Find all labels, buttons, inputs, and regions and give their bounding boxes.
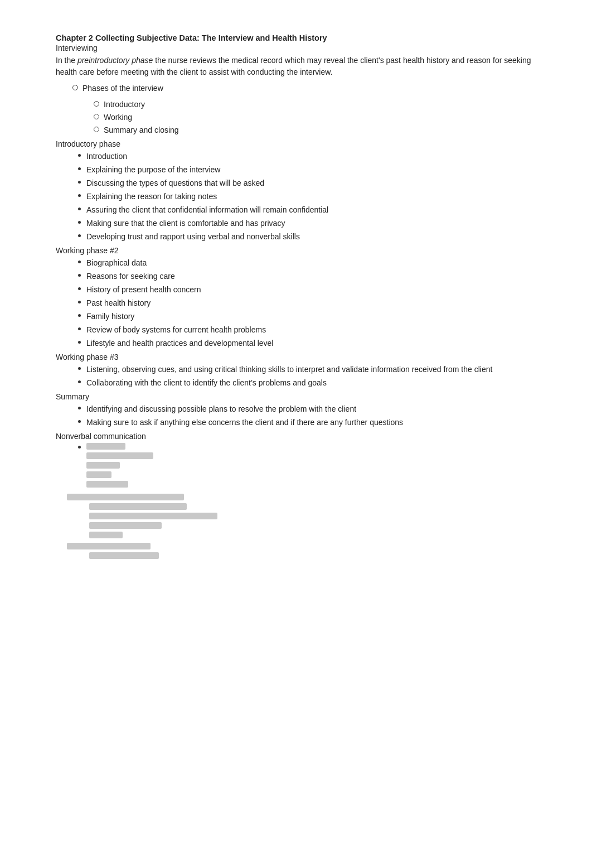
summary-list: Identifying and discussing possible plan… <box>78 403 547 428</box>
nonverbal-list-item <box>78 443 547 490</box>
list-item: Developing trust and rapport using verba… <box>78 231 547 243</box>
list-item: History of present health concern <box>78 284 547 296</box>
outline-sub-item-introductory: Introductory <box>94 99 547 110</box>
list-item: Review of body systems for current healt… <box>78 324 547 336</box>
dot-bullet <box>78 181 81 184</box>
dot-bullet <box>78 274 81 277</box>
list-item: Lifestyle and health practices and devel… <box>78 337 547 349</box>
chapter-title: Chapter 2 Collecting Subjective Data: Th… <box>56 33 547 42</box>
phases-outline-item: Phases of the interview <box>72 83 547 94</box>
dot-bullet <box>78 234 81 237</box>
dot-bullet <box>78 380 81 383</box>
dot-bullet <box>78 314 81 317</box>
list-item: Family history <box>78 311 547 322</box>
blurred-group-2 <box>67 543 547 559</box>
blurred-content-block <box>86 443 153 490</box>
list-item: Collaborating with the client to identif… <box>78 377 547 389</box>
dot-bullet <box>78 154 81 157</box>
list-item: Identifying and discussing possible plan… <box>78 403 547 415</box>
subtitle: Interviewing <box>56 44 547 52</box>
list-item: Biographical data <box>78 257 547 269</box>
summary-heading: Summary <box>56 392 547 401</box>
list-item: Listening, observing cues, and using cri… <box>78 364 547 375</box>
dot-bullet <box>78 367 81 370</box>
list-item: Explaining the purpose of the interview <box>78 164 547 176</box>
intro-part1: In the <box>56 56 77 65</box>
introductory-phase-heading: Introductory phase <box>56 139 547 148</box>
list-item: Assuring the client that confidential in… <box>78 204 547 216</box>
dot-bullet <box>78 301 81 303</box>
dot-bullet <box>78 221 81 224</box>
nonverbal-list <box>78 443 547 490</box>
dot-bullet <box>78 194 81 197</box>
working-phase-3-heading: Working phase #3 <box>56 353 547 361</box>
intro-paragraph: In the preintroductory phase the nurse r… <box>56 55 547 78</box>
list-item: Introduction <box>78 151 547 162</box>
dot-bullet <box>78 167 81 170</box>
circle-bullet-summary-closing <box>94 127 99 132</box>
list-item: Making sure that the client is comfortab… <box>78 218 547 229</box>
working-phase-2-list: Biographical data Reasons for seeking ca… <box>78 257 547 349</box>
list-item: Discussing the types of questions that w… <box>78 177 547 189</box>
blurred-group-1-sublines <box>89 503 547 538</box>
blurred-group-1-heading <box>67 494 547 500</box>
dot-bullet <box>78 407 81 409</box>
working-phase-3-list: Listening, observing cues, and using cri… <box>78 364 547 389</box>
dot-bullet <box>78 446 81 449</box>
dot-bullet <box>78 261 81 263</box>
phases-sublist: Introductory Working Summary and closing <box>94 99 547 136</box>
dot-bullet <box>78 420 81 423</box>
dot-bullet <box>78 327 81 330</box>
dot-bullet <box>78 208 81 210</box>
circle-bullet-phases <box>72 85 78 90</box>
circle-bullet-working <box>94 114 99 119</box>
introductory-phase-list: Introduction Explaining the purpose of t… <box>78 151 547 243</box>
working-phase-2-heading: Working phase #2 <box>56 246 547 255</box>
list-item: Reasons for seeking care <box>78 271 547 282</box>
dot-bullet <box>78 341 81 344</box>
document-container: Chapter 2 Collecting Subjective Data: Th… <box>56 33 547 559</box>
list-item: Past health history <box>78 297 547 309</box>
phases-outline-list: Phases of the interview <box>72 83 547 94</box>
outline-sub-item-working: Working <box>94 112 547 123</box>
blurred-group-1 <box>67 494 547 538</box>
intro-italic: preintroductory phase <box>77 56 155 65</box>
phases-label: Phases of the interview <box>83 83 163 94</box>
circle-bullet-intro <box>94 101 99 107</box>
list-item: Explaining the reason for taking notes <box>78 191 547 202</box>
blurred-group-2-sublines <box>89 552 547 559</box>
list-item: Making sure to ask if anything else conc… <box>78 417 547 428</box>
outline-sub-item-summary: Summary and closing <box>94 124 547 136</box>
blurred-group-2-heading <box>67 543 547 549</box>
nonverbal-heading: Nonverbal communication <box>56 432 547 441</box>
dot-bullet <box>78 287 81 290</box>
